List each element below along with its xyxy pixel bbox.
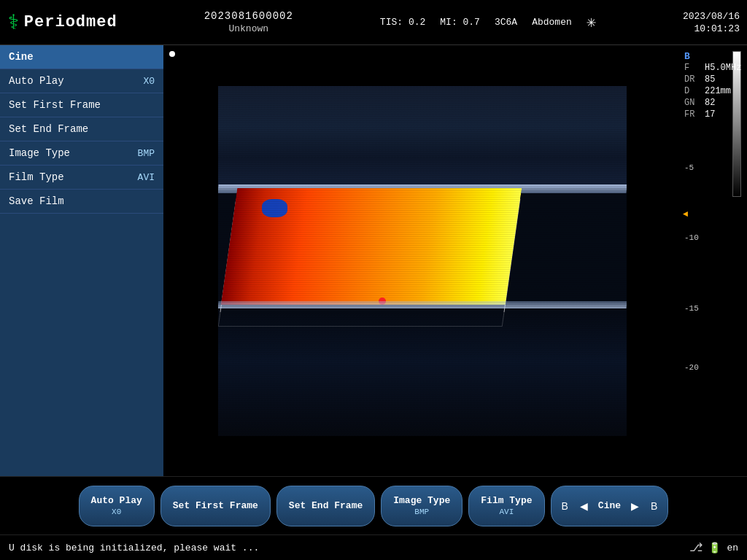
- cine-b-right-button[interactable]: B: [646, 497, 662, 515]
- sidebar-item-save-film[interactable]: Save Film: [0, 190, 163, 214]
- cine-b-left-button[interactable]: B: [557, 497, 573, 515]
- toolbar-auto-play-label: Auto Play: [91, 495, 142, 506]
- toolbar-set-first-frame-label: Set First Frame: [173, 500, 258, 511]
- depth-arrow-indicator: ◄: [683, 209, 688, 219]
- mode-label: B: [684, 51, 741, 62]
- depth-label: D: [684, 86, 702, 96]
- cine-arrow-right-button[interactable]: ▶: [627, 497, 643, 515]
- battery-icon: 🔋: [708, 542, 721, 554]
- depth-mark-20: -20: [684, 363, 699, 372]
- toolbar-film-type-button[interactable]: Film Type AVI: [468, 486, 544, 526]
- sidebar-item-film-type[interactable]: Film Type AVI: [0, 166, 163, 190]
- region-group: Abdomen: [532, 17, 572, 28]
- toolbar-set-end-frame-button[interactable]: Set End Frame: [276, 486, 375, 526]
- sidebar-item-set-end-frame[interactable]: Set End Frame: [0, 117, 163, 141]
- toolbar-image-type-label: Image Type: [393, 495, 450, 506]
- sidebar-item-label-set-end-frame: Set End Frame: [9, 123, 88, 135]
- region-value: Abdomen: [532, 17, 572, 28]
- depth-line: D 221mm: [684, 86, 741, 96]
- info-panel: B F H5.0MHz DR 85 D 221mm GN 82 FR 17: [684, 51, 741, 120]
- header-datetime: 2023/08/16 10:01:23: [683, 11, 740, 34]
- cine-control-group: B ◀ Cine ▶ B: [551, 486, 669, 526]
- sidebar-item-label-film-type: Film Type: [9, 171, 64, 183]
- sidebar-item-set-first-frame[interactable]: Set First Frame: [0, 93, 163, 117]
- snowflake-icon: ✳: [587, 12, 596, 32]
- dr-label: DR: [684, 74, 702, 85]
- freq-label: F: [684, 63, 702, 73]
- mi-group: MI: 0.7: [440, 17, 480, 28]
- depth-value: 221mm: [705, 86, 731, 96]
- toolbar-film-type-label: Film Type: [481, 495, 532, 506]
- probe-value: 3C6A: [495, 17, 517, 28]
- fr-value: 17: [705, 109, 715, 120]
- depth-mark-15: -15: [684, 304, 699, 313]
- sidebar-item-label-save-film: Save Film: [9, 195, 64, 207]
- cine-label: Cine: [595, 500, 624, 511]
- language-label: en: [727, 542, 738, 553]
- sidebar-item-label-auto-play: Auto Play: [9, 75, 64, 87]
- gn-value: 82: [705, 98, 715, 108]
- right-panel: B F H5.0MHz DR 85 D 221mm GN 82 FR 17: [681, 45, 747, 476]
- sidebar-item-auto-play[interactable]: Auto Play X0: [0, 69, 163, 93]
- ultrasound-image: [218, 86, 627, 436]
- toolbar-image-type-button[interactable]: Image Type BMP: [381, 486, 462, 526]
- tis-group: TIS: 0.2: [380, 17, 425, 28]
- main-area: Cine Auto Play X0 Set First Frame Set En…: [0, 45, 747, 476]
- depth-mark-10: -10: [684, 233, 699, 242]
- patient-id: 2023081600002: [204, 10, 293, 22]
- logo-text: Periodmed: [24, 13, 117, 31]
- sidebar-item-value-image-type: BMP: [138, 148, 155, 159]
- patient-info: Unknown: [228, 23, 268, 34]
- venous-marker: [262, 199, 287, 217]
- status-right: ⎇ 🔋 en: [689, 540, 738, 555]
- status-bar: U disk is being initialized, please wait…: [0, 534, 747, 560]
- sidebar-item-value-film-type: AVI: [138, 172, 155, 183]
- sidebar: Cine Auto Play X0 Set First Frame Set En…: [0, 45, 163, 476]
- freq-line: F H5.0MHz: [684, 63, 741, 73]
- usb-icon: ⎇: [689, 540, 703, 555]
- toolbar-set-first-frame-button[interactable]: Set First Frame: [160, 486, 271, 526]
- header-metrics: TIS: 0.2 MI: 0.7 3C6A Abdomen ✳: [380, 12, 596, 32]
- ultrasound-bg: [218, 86, 627, 436]
- logo: ⚕ Periodmed: [7, 10, 117, 35]
- sidebar-item-label-set-first-frame: Set First Frame: [9, 99, 101, 111]
- cine-arrow-left-button[interactable]: ◀: [576, 497, 592, 515]
- depth-scale: -5 -10 -15 -20: [684, 111, 706, 462]
- sidebar-item-image-type[interactable]: Image Type BMP: [0, 141, 163, 166]
- probe-group: 3C6A: [495, 17, 517, 28]
- gn-label: GN: [684, 98, 702, 108]
- mi-label: MI: 0.7: [440, 17, 480, 28]
- tissue-bottom: [218, 312, 627, 436]
- toolbar-image-type-sub: BMP: [414, 508, 429, 516]
- dr-line: DR 85: [684, 74, 741, 85]
- probe-marker: [169, 51, 175, 57]
- toolbar-auto-play-sub: X0: [112, 508, 121, 516]
- sidebar-item-label-image-type: Image Type: [9, 147, 70, 159]
- vessel-wall-bottom: [218, 301, 627, 308]
- time-display: 10:01:23: [694, 23, 740, 34]
- logo-icon: ⚕: [7, 10, 20, 35]
- date-display: 2023/08/16: [683, 11, 740, 22]
- status-message: U disk is being initialized, please wait…: [9, 542, 259, 553]
- dr-value: 85: [705, 74, 715, 85]
- toolbar-film-type-sub: AVI: [499, 508, 514, 516]
- image-area: [163, 45, 681, 476]
- tissue-top: [218, 86, 627, 188]
- depth-mark-5: -5: [684, 163, 694, 172]
- toolbar-set-end-frame-label: Set End Frame: [289, 500, 363, 511]
- sidebar-item-value-auto-play: X0: [143, 76, 155, 87]
- header-center: 2023081600002 Unknown: [204, 10, 293, 34]
- toolbar-auto-play-button[interactable]: Auto Play X0: [79, 486, 155, 526]
- sidebar-item-cine[interactable]: Cine: [0, 45, 163, 69]
- header: ⚕ Periodmed 2023081600002 Unknown TIS: 0…: [0, 0, 747, 45]
- sidebar-item-label-cine: Cine: [9, 51, 34, 63]
- tis-label: TIS: 0.2: [380, 17, 425, 28]
- freq-value: H5.0MHz: [705, 63, 741, 73]
- gn-line: GN 82: [684, 98, 741, 108]
- bottom-toolbar: Auto Play X0 Set First Frame Set End Fra…: [0, 476, 747, 534]
